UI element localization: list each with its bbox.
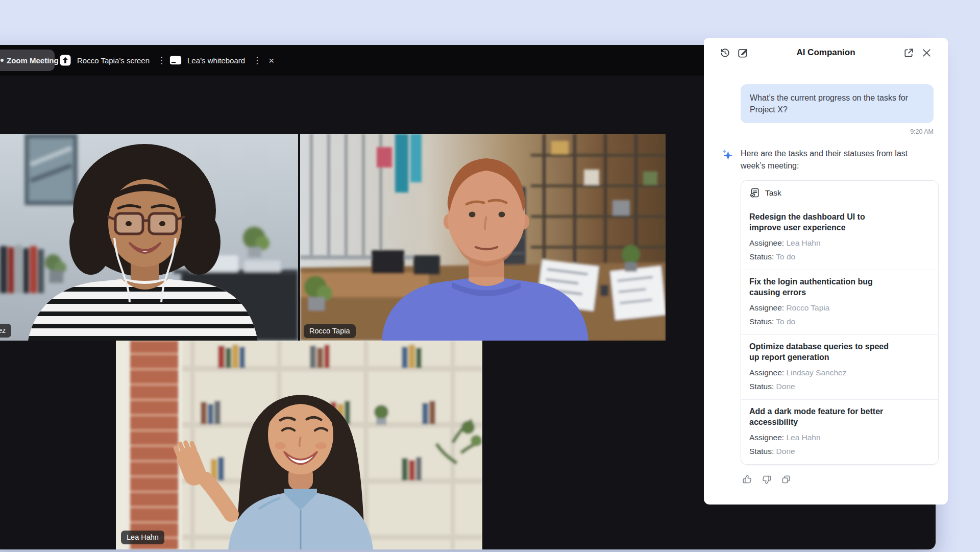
new-chat-icon[interactable] [737, 47, 749, 59]
participant-label: Rocco Tapia [304, 324, 356, 338]
whiteboard-icon [169, 54, 182, 66]
assistant-intro-text: Here are the tasks and their statuses fr… [741, 148, 934, 172]
participant-label-truncated: ez [0, 324, 11, 338]
task-assignee: Lea Hahn [786, 238, 820, 247]
video-tile-lea[interactable]: Lea Hahn [116, 341, 482, 549]
assistant-message: Here are the tasks and their statuses fr… [721, 148, 934, 172]
thumbs-up-icon[interactable] [742, 474, 753, 485]
task-assignee: Lea Hahn [786, 433, 820, 442]
rocco-video-art [300, 134, 666, 341]
pop-out-icon[interactable] [903, 47, 915, 59]
ai-panel-left-actions [719, 47, 749, 59]
tab-zoom-meeting[interactable]: Zoom Meeting [0, 50, 55, 71]
task-status-line: Status: Done [749, 381, 930, 392]
task-item: Add a dark mode feature for better acces… [741, 400, 938, 464]
video-tile-rocco[interactable]: Rocco Tapia [300, 134, 666, 341]
task-status: To do [776, 317, 795, 326]
task-item: Redesign the dashboard UI to improve use… [741, 205, 938, 270]
task-clipboard-icon [749, 187, 760, 198]
task-assignee-line: Assignee: Lea Hahn [749, 433, 930, 443]
lindsay-video-art [0, 134, 298, 341]
task-title: Add a dark mode feature for better acces… [749, 406, 898, 428]
task-assignee: Rocco Tapia [786, 303, 829, 312]
task-assignee-line: Assignee: Lindsay Sanchez [749, 368, 930, 378]
ai-panel-right-actions [903, 47, 933, 59]
tab-menu-icon[interactable]: ⋮ [253, 56, 261, 65]
task-assignee-line: Assignee: Rocco Tapia [749, 303, 930, 313]
response-feedback-bar [742, 474, 934, 485]
task-title: Redesign the dashboard UI to improve use… [749, 212, 898, 233]
participant-label: Lea Hahn [121, 531, 164, 544]
task-title: Optimize database queries to speed up re… [749, 342, 898, 363]
meeting-dot-icon [1, 59, 4, 62]
task-assignee-line: Assignee: Lea Hahn [749, 238, 930, 248]
user-message-bubble: What’s the current progress on the tasks… [741, 84, 934, 123]
close-panel-icon[interactable] [921, 47, 933, 59]
screen-share-icon [59, 54, 71, 66]
task-status-line: Status: Done [749, 446, 930, 457]
thumbs-down-icon[interactable] [761, 474, 772, 485]
task-item: Fix the login authentication bug causing… [741, 270, 938, 335]
video-tile-lindsay[interactable]: ez [0, 134, 298, 341]
tab-rocco-screen-label: Rocco Tapia’s screen [77, 56, 150, 65]
tab-rocco-screen[interactable]: Rocco Tapia’s screen ⋮ × [59, 45, 179, 76]
tab-lea-whiteboard[interactable]: Lea’s whiteboard ⋮ × [169, 45, 274, 76]
task-status-line: Status: To do [749, 317, 930, 327]
tab-lea-whiteboard-label: Lea’s whiteboard [187, 56, 245, 65]
task-assignee: Lindsay Sanchez [786, 368, 846, 377]
tab-zoom-meeting-label: Zoom Meeting [7, 56, 59, 65]
task-card-header-label: Task [765, 188, 781, 198]
task-card: Task Redesign the dashboard UI to improv… [741, 180, 939, 465]
tab-menu-icon[interactable]: ⋮ [157, 56, 166, 65]
task-status: Done [776, 447, 795, 455]
ai-companion-panel: AI Companion What’s the current progress… [704, 38, 948, 505]
task-status: To do [776, 252, 795, 261]
ai-panel-header: AI Companion [704, 38, 948, 67]
message-timestamp: 9:20 AM [721, 128, 934, 135]
task-status-line: Status: To do [749, 252, 930, 262]
task-item: Optimize database queries to speed up re… [741, 335, 938, 400]
ai-panel-title: AI Companion [749, 47, 903, 58]
tab-close-icon[interactable]: × [268, 56, 274, 65]
lea-video-art [116, 341, 482, 549]
ai-companion-sparkle-icon [721, 149, 733, 161]
copy-icon[interactable] [780, 474, 792, 485]
task-status: Done [776, 382, 795, 391]
history-icon[interactable] [719, 47, 731, 59]
ai-chat-area: What’s the current progress on the tasks… [704, 67, 948, 485]
task-card-header: Task [741, 181, 938, 205]
task-title: Fix the login authentication bug causing… [749, 277, 898, 298]
